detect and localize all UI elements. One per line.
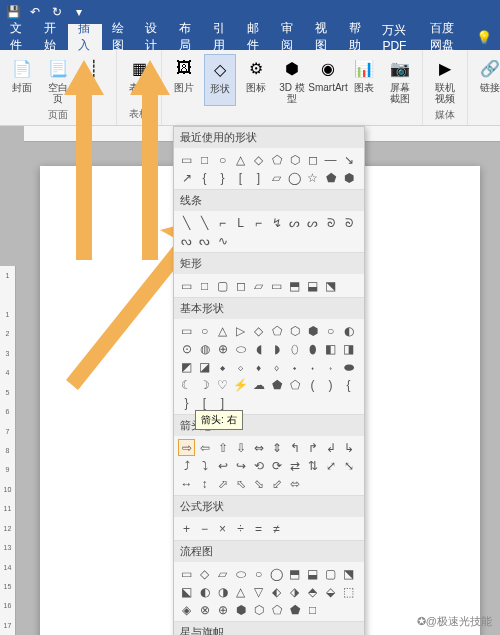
shape-item[interactable]: ◨ xyxy=(340,340,357,357)
shape-item[interactable]: ▢ xyxy=(214,277,231,294)
shape-item[interactable]: ◗ xyxy=(268,340,285,357)
shape-item[interactable]: ◯ xyxy=(268,565,285,582)
shape-item[interactable]: ▽ xyxy=(250,583,267,600)
shape-item[interactable]: ⬨ xyxy=(268,358,285,375)
shape-item[interactable]: ◩ xyxy=(178,358,195,375)
shape-item[interactable]: □ xyxy=(196,277,213,294)
shape-item[interactable]: ⬢ xyxy=(232,601,249,618)
tab-绘图[interactable]: 绘图 xyxy=(102,24,136,50)
shape-item[interactable]: ⌐ xyxy=(250,214,267,231)
redo-icon[interactable]: ↻ xyxy=(50,5,64,19)
shape-item[interactable]: ○ xyxy=(250,565,267,582)
shape-item[interactable]: ⬓ xyxy=(304,277,321,294)
tab-百度网盘[interactable]: 百度网盘 xyxy=(420,24,468,50)
shape-item[interactable]: ⬠ xyxy=(268,151,285,168)
shape-item[interactable]: ⬮ xyxy=(304,340,321,357)
save-icon[interactable]: 💾 xyxy=(6,5,20,19)
shape-item[interactable]: ⬥ xyxy=(214,358,231,375)
shape-item[interactable]: ⇕ xyxy=(268,439,285,456)
tab-万兴PDF[interactable]: 万兴PDF xyxy=(372,24,420,50)
shape-item[interactable]: ⬬ xyxy=(340,358,357,375)
shape-item[interactable]: △ xyxy=(214,322,231,339)
shape-item[interactable]: ◻ xyxy=(304,151,321,168)
shape-item[interactable]: ⇄ xyxy=(286,457,303,474)
shape-item[interactable]: ⬟ xyxy=(322,169,339,186)
shape-item[interactable]: ◖ xyxy=(250,340,267,357)
shape-item[interactable]: ⬟ xyxy=(268,376,285,393)
shape-item[interactable]: ⇅ xyxy=(304,457,321,474)
shape-item[interactable]: } xyxy=(178,394,195,411)
shape-item[interactable]: ◧ xyxy=(322,340,339,357)
shapes-button[interactable]: ◇形状 xyxy=(204,54,236,106)
tab-视图[interactable]: 视图 xyxy=(305,24,339,50)
shape-item[interactable]: ▱ xyxy=(214,565,231,582)
shape-item[interactable]: L xyxy=(232,214,249,231)
cover-page-button[interactable]: 📄封面 xyxy=(6,54,38,106)
shape-item[interactable]: ⇦ xyxy=(196,439,213,456)
shape-item[interactable]: ◻ xyxy=(232,277,249,294)
shape-item[interactable]: ↘ xyxy=(340,151,357,168)
icons-button[interactable]: ⚙图标 xyxy=(240,54,272,106)
shape-item[interactable]: ⬩ xyxy=(286,358,303,375)
tab-设计[interactable]: 设计 xyxy=(135,24,169,50)
shape-item[interactable]: ⬘ xyxy=(304,583,321,600)
shape-item[interactable]: ╲ xyxy=(196,214,213,231)
shape-item[interactable]: ⬓ xyxy=(304,565,321,582)
shape-item[interactable]: ♡ xyxy=(214,376,231,393)
shape-item[interactable]: ◍ xyxy=(196,340,213,357)
shape-item[interactable]: ⬕ xyxy=(178,583,195,600)
shape-item[interactable]: ( xyxy=(304,376,321,393)
shape-item[interactable]: ⬃ xyxy=(268,475,285,492)
shape-item[interactable]: ↗ xyxy=(178,169,195,186)
shape-item[interactable]: ⇔ xyxy=(250,439,267,456)
shape-item[interactable]: □ xyxy=(304,601,321,618)
shape-item[interactable]: □ xyxy=(196,151,213,168)
shape-item[interactable]: ⬙ xyxy=(322,583,339,600)
shape-item[interactable]: ▭ xyxy=(178,151,195,168)
shape-item[interactable]: ☁ xyxy=(250,376,267,393)
shape-item[interactable]: ÷ xyxy=(232,520,249,537)
chart-button[interactable]: 📊图表 xyxy=(348,54,380,106)
shape-item[interactable]: ⤡ xyxy=(340,457,357,474)
shape-item[interactable]: ] xyxy=(250,169,267,186)
shape-item[interactable]: ↳ xyxy=(340,439,357,456)
shape-item[interactable]: ◇ xyxy=(196,565,213,582)
shape-item[interactable]: ᔕ xyxy=(304,214,321,231)
screenshot-button[interactable]: 📷屏幕截图 xyxy=(384,54,416,106)
shape-item[interactable]: ↪ xyxy=(232,457,249,474)
shape-item[interactable]: ⬄ xyxy=(286,475,303,492)
shape-item[interactable]: ↰ xyxy=(286,439,303,456)
tab-邮件[interactable]: 邮件 xyxy=(237,24,271,50)
shape-item[interactable]: ᘐ xyxy=(340,214,357,231)
shape-item[interactable]: ) xyxy=(322,376,339,393)
shape-item[interactable]: × xyxy=(214,520,231,537)
shape-item[interactable]: ⬦ xyxy=(232,358,249,375)
shape-item[interactable]: ↔ xyxy=(178,475,195,492)
link-button[interactable]: 🔗链接 xyxy=(474,54,500,95)
3d-models-button[interactable]: ⬢3D 模型 xyxy=(276,54,308,106)
shape-item[interactable]: ⬗ xyxy=(286,583,303,600)
shape-item[interactable]: ⊕ xyxy=(214,340,231,357)
shape-item[interactable]: ⬟ xyxy=(286,601,303,618)
shape-item[interactable]: ⇨ xyxy=(178,439,195,456)
shape-item[interactable]: ⬪ xyxy=(304,358,321,375)
shape-item[interactable]: ⬒ xyxy=(286,565,303,582)
shape-item[interactable]: ⬯ xyxy=(286,340,303,357)
shape-item[interactable]: ◐ xyxy=(196,583,213,600)
shape-item[interactable]: } xyxy=(214,169,231,186)
shape-item[interactable]: ⊗ xyxy=(196,601,213,618)
shape-item[interactable]: ᔓ xyxy=(196,232,213,249)
shape-item[interactable]: ᔕ xyxy=(286,214,303,231)
shape-item[interactable]: ⬠ xyxy=(286,376,303,393)
shape-item[interactable]: ⬠ xyxy=(268,322,285,339)
shape-item[interactable]: ⊕ xyxy=(214,601,231,618)
shape-item[interactable]: ◇ xyxy=(250,322,267,339)
shape-item[interactable]: ▭ xyxy=(178,277,195,294)
shape-item[interactable]: ☆ xyxy=(304,169,321,186)
shape-item[interactable]: ▷ xyxy=(232,322,249,339)
shape-item[interactable]: ⬢ xyxy=(304,322,321,339)
shape-item[interactable]: ⟳ xyxy=(268,457,285,474)
shape-item[interactable]: ⬧ xyxy=(250,358,267,375)
shape-item[interactable]: ⬂ xyxy=(250,475,267,492)
shape-item[interactable]: ◑ xyxy=(214,583,231,600)
